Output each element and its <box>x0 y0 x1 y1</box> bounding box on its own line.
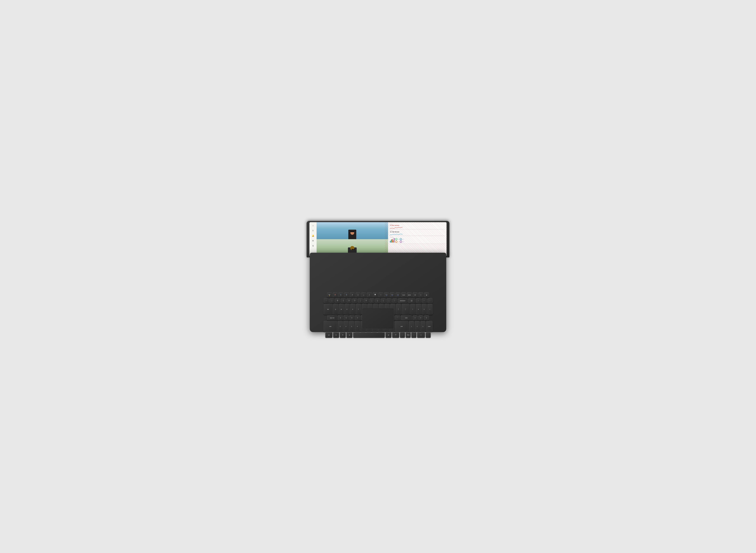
key-numpad-star[interactable]: * <box>421 298 427 303</box>
key-numlock[interactable]: numlock <box>408 298 415 303</box>
key-0[interactable]: )0 <box>381 298 386 303</box>
key-numpad-6[interactable]: 6 <box>424 315 429 320</box>
key-f12[interactable]: endF12 <box>395 292 400 298</box>
key-numpad-dot[interactable]: . <box>426 332 431 337</box>
key-numpad-4[interactable]: 4 <box>412 315 418 320</box>
stat4: + 46% <box>400 241 402 243</box>
key-numpad-1[interactable]: 1 <box>409 321 414 332</box>
key-space[interactable] <box>353 332 385 337</box>
key-tilde[interactable]: ~` <box>324 298 329 303</box>
screen-main-content: Losses ↓ $ 1 567 345 654 Income ↑ $ 1 78… <box>316 222 447 256</box>
screen-sidebar: ⌂ ℹ 🔔 ⚙ $ <box>309 222 316 256</box>
key-f10[interactable]: prt scF10 <box>384 292 389 298</box>
key-numpad-3[interactable]: 3 <box>420 321 426 332</box>
income-card: Income ↑ $ 1 789 756 234 <box>389 230 446 236</box>
key-backspace[interactable]: backspace <box>398 298 407 303</box>
video-top <box>316 222 388 239</box>
key-power[interactable]: ⏻ <box>424 292 429 298</box>
video-panel <box>316 222 388 256</box>
key-f1[interactable]: 🔇F1 <box>333 292 338 298</box>
home-icon: ⌂ <box>311 224 315 227</box>
key-insert[interactable]: insert <box>401 292 406 298</box>
key-plus[interactable]: += <box>392 298 397 303</box>
key-1[interactable]: !1 <box>329 298 335 303</box>
key-alt-left[interactable]: alt <box>347 332 353 337</box>
key-arrow-updown[interactable]: ▲ pg▼ pg <box>406 332 411 337</box>
key-minus[interactable]: _- <box>387 298 392 303</box>
dashboard-panel: Losses ↓ $ 1 567 345 654 Income ↑ $ 1 78… <box>388 222 447 256</box>
key-f9[interactable]: F9 <box>378 292 383 298</box>
key-f11[interactable]: homeF11 <box>390 292 395 298</box>
key-numpad-7[interactable]: 7 <box>410 304 415 315</box>
screen: ⌂ ℹ 🔔 ⚙ $ <box>309 222 447 256</box>
key-9[interactable]: (9 <box>375 298 380 303</box>
laptop-body: esc🔒 🔇F1 🔉F2 🔊F3 ⏯F4 🌣F5 ☼F6 ☀F7 ⬜F8 F9 … <box>310 253 446 332</box>
losses-card: Losses ↓ $ 1 567 345 654 <box>389 223 446 229</box>
dollar-icon: $ <box>311 244 315 248</box>
key-7[interactable]: &7 <box>364 298 369 303</box>
key-q[interactable]: Q <box>333 304 338 315</box>
key-numpad-9[interactable]: 9 <box>421 304 427 315</box>
key-numpad-minus[interactable]: - <box>428 298 433 303</box>
key-win[interactable]: ⊞ <box>340 332 346 337</box>
key-alt-right[interactable]: alt <box>385 332 391 337</box>
key-numpad-plus[interactable]: + <box>428 304 433 315</box>
key-f[interactable]: F <box>355 315 360 320</box>
key-f8[interactable]: ⬜F8 <box>373 292 378 298</box>
key-shift-left[interactable]: shift <box>323 321 337 332</box>
key-numpad-5[interactable]: 5 <box>418 315 423 320</box>
key-ctrl-right[interactable]: ctrl⬛ <box>392 332 399 337</box>
key-ce[interactable]: CE <box>412 292 418 298</box>
key-numpad-8[interactable]: 8 <box>416 304 421 315</box>
number-key-row: ~` !1 @2 #3 $4 %5 ^6 &7 *8 (9 )0 _- += b… <box>317 298 439 303</box>
key-arrow-right[interactable]: → <box>411 332 416 337</box>
key-4[interactable]: $4 <box>347 298 352 303</box>
laptop-lid: ⌂ ℹ 🔔 ⚙ $ <box>307 221 449 257</box>
key-backslash[interactable]: |\ <box>402 304 409 315</box>
key-d[interactable]: D <box>350 315 355 320</box>
key-6[interactable]: ^6 <box>358 298 363 303</box>
key-f5[interactable]: 🌣F5 <box>356 292 361 298</box>
touchpad[interactable] <box>362 308 394 329</box>
stat2: + 76% <box>400 238 402 240</box>
key-e[interactable]: E <box>345 304 350 315</box>
key-r[interactable]: R <box>350 304 355 315</box>
key-x[interactable]: X <box>344 321 349 332</box>
key-f2[interactable]: 🔉F2 <box>338 292 344 298</box>
key-2[interactable]: @2 <box>335 298 340 303</box>
key-f4[interactable]: ⏯F4 <box>350 292 355 298</box>
bell-icon: 🔔 <box>311 234 315 237</box>
key-capslock[interactable]: caps lock <box>327 315 338 320</box>
key-numpad-enter[interactable]: enter <box>426 321 433 332</box>
key-quote[interactable]: "' <box>395 315 400 320</box>
key-ctrl-left[interactable]: ctrl <box>325 332 333 337</box>
key-shift-right[interactable]: shift <box>395 321 408 332</box>
key-numpad-0[interactable]: 0 <box>417 332 425 337</box>
key-c[interactable]: C <box>349 321 354 332</box>
key-arrow-left[interactable]: ← <box>400 332 405 337</box>
key-esc[interactable]: esc🔒 <box>327 292 332 298</box>
key-bracket-close[interactable]: }] <box>396 304 401 315</box>
key-s[interactable]: S <box>344 315 349 320</box>
key-numpad-2[interactable]: 2 <box>415 321 420 332</box>
key-numpad-slash[interactable]: / <box>416 298 421 303</box>
key-t[interactable]: T <box>356 304 361 315</box>
key-fn[interactable]: fn <box>333 332 339 337</box>
key-f3[interactable]: 🔊F3 <box>344 292 349 298</box>
key-f7[interactable]: ☀F7 <box>367 292 372 298</box>
key-8[interactable]: *8 <box>369 298 375 303</box>
key-5[interactable]: %5 <box>352 298 357 303</box>
video-person-1 <box>316 222 388 239</box>
key-v[interactable]: V <box>355 321 360 332</box>
key-plusminus[interactable]: +/- <box>418 292 423 298</box>
bottom-row: ctrl fn ⊞ alt alt ctrl⬛ ← ▲ pg▼ pg → 0 . <box>317 332 439 337</box>
key-enter[interactable]: enter <box>401 315 412 320</box>
key-delete[interactable]: delete <box>407 292 412 298</box>
key-w[interactable]: W <box>339 304 344 315</box>
key-z[interactable]: Z <box>338 321 343 332</box>
stat1: + 33% <box>395 238 397 240</box>
key-tab[interactable]: tab <box>324 304 333 315</box>
key-f6[interactable]: ☼F6 <box>361 292 366 298</box>
key-3[interactable]: #3 <box>341 298 346 303</box>
key-a[interactable]: A <box>338 315 343 320</box>
